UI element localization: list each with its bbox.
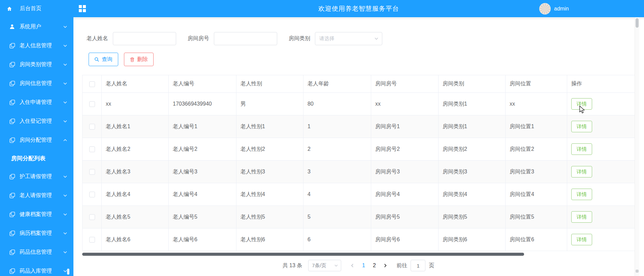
pagination-total: 共 13 条 [283,262,302,269]
page-size-select[interactable]: 7条/页 [308,260,341,271]
search-room-input[interactable] [214,32,277,45]
chevron-down-icon [63,212,67,217]
sidebar-item[interactable]: 房间类别管理 [0,55,73,74]
action-cell: 详情 [567,183,635,206]
sidebar-item[interactable]: 系统用户 [0,17,73,36]
detail-button[interactable]: 详情 [571,166,592,177]
table-cell: 5 [303,206,371,228]
home-label: 后台首页 [20,5,41,12]
action-cell: 详情 [567,206,635,228]
query-button-label: 查询 [102,56,112,63]
sidebar-item-label: 护工请假管理 [20,173,63,180]
detail-button[interactable]: 详情 [571,189,592,200]
sidebar-item[interactable]: 入住登记管理 [0,112,73,131]
sidebar-item[interactable]: 药品信息管理 [0,243,73,261]
doc-icon [9,211,15,218]
detail-button[interactable]: 详情 [571,98,592,110]
table-row: 老人姓名3老人编号3老人性别33房间房号3房间类别3房间位置3详情 [83,161,635,183]
page-size-label: 7条/页 [312,263,326,269]
table-cell: 1703669439940 [169,93,236,115]
table-cell: 房间类别1 [439,93,506,115]
table-cell: 老人性别1 [236,115,303,138]
sidebar-item-label: 病历档案管理 [20,230,63,237]
sidebar-item[interactable]: 病历档案管理 [0,224,73,243]
vertical-scrollbar[interactable] [635,17,639,276]
table-cell: 老人姓名4 [102,183,169,206]
search-field-type: 房间类别 请选择 [289,32,382,45]
doc-icon [9,61,15,68]
table-cell: xx [102,93,169,115]
column-header: 老人性别 [236,75,303,93]
sidebar-item[interactable]: 房间分配管理 [0,131,73,149]
page-button-2[interactable]: 2 [369,260,380,271]
table-cell: 80 [303,93,371,115]
sidebar-item-label: 药品信息管理 [20,249,63,256]
delete-button[interactable]: 删除 [124,53,154,66]
delete-button-label: 删除 [137,56,148,63]
table-row: 老人姓名6老人编号6老人性别66房间房号6房间类别6房间位置6详情 [83,228,635,251]
room-type-select[interactable]: 请选择 [315,32,382,45]
row-checkbox[interactable] [89,146,95,152]
table-cell: 老人编号5 [169,206,236,228]
detail-button[interactable]: 详情 [571,143,592,155]
doc-icon [9,249,15,255]
table-cell: 房间房号1 [371,115,439,138]
detail-button[interactable]: 详情 [571,121,592,132]
chevron-down-icon [63,25,67,29]
goto-page-input[interactable] [411,260,425,271]
vertical-scrollbar-thumb[interactable] [636,18,639,28]
page-button-1[interactable]: 1 [358,260,369,271]
table-cell: 房间类别4 [439,183,506,206]
sidebar-item-label: 入住申请管理 [20,99,63,106]
search-field-room: 房间房号 [188,32,277,45]
search-name-input[interactable] [113,32,176,45]
chevron-down-icon [63,193,67,198]
menu-grid-icon[interactable] [79,5,86,12]
sidebar-item[interactable]: 老人请假管理 [0,186,73,205]
table-body: xx1703669439940男80xx房间类别1xx详情老人姓名1老人编号1老… [83,93,635,251]
user-menu[interactable]: admin [539,0,569,17]
detail-button[interactable]: 详情 [571,211,592,223]
sidebar-item[interactable]: 护工请假管理 [0,167,73,186]
action-cell: 详情 [567,93,635,115]
column-header: 老人年龄 [303,75,371,93]
table-cell: 房间位置6 [506,228,567,251]
select-all-checkbox[interactable] [89,81,95,87]
table-cell: 房间房号2 [371,138,439,161]
sidebar-item-label: 房间类别管理 [20,61,63,68]
action-cell: 详情 [567,228,635,251]
search-type-label: 房间类别 [289,35,310,42]
sidebar-item[interactable]: 健康档案管理 [0,205,73,224]
sidebar-scrollbar-thumb[interactable] [67,269,69,275]
action-buttons: 查询 删除 [82,53,635,66]
detail-button[interactable]: 详情 [571,234,592,245]
table-cell: 老人编号4 [169,183,236,206]
table-cell: 房间位置5 [506,206,567,228]
sidebar-item[interactable]: 房间信息管理 [0,74,73,93]
query-button[interactable]: 查询 [89,53,118,66]
sidebar-item[interactable]: 入住申请管理 [0,93,73,112]
prev-page-button[interactable] [347,260,358,271]
table-cell: 老人姓名2 [102,138,169,161]
row-checkbox[interactable] [89,169,95,175]
doc-icon [9,268,15,274]
chevron-down-icon [63,100,67,105]
sidebar-subitem-active[interactable]: 房间分配列表 [0,149,73,167]
horizontal-scrollbar-thumb[interactable] [82,253,524,256]
table-row: xx1703669439940男80xx房间类别1xx详情 [83,93,635,115]
doc-icon [9,80,15,87]
row-checkbox[interactable] [89,101,95,107]
row-checkbox[interactable] [89,237,95,243]
top-header: 后台首页 欢迎使用养老智慧服务平台 admin [0,0,644,17]
table-cell: 3 [303,161,371,183]
next-page-button[interactable] [380,260,391,271]
home-link[interactable]: 后台首页 [0,5,73,12]
row-checkbox[interactable] [89,124,95,130]
row-checkbox[interactable] [89,214,95,220]
column-header: 操作 [567,75,635,93]
table-cell: 老人姓名3 [102,161,169,183]
column-header: 老人编号 [169,75,236,93]
sidebar-item[interactable]: 老人信息管理 [0,36,73,55]
row-checkbox[interactable] [89,192,95,197]
sidebar-item[interactable]: 药品入库管理 [0,261,73,276]
